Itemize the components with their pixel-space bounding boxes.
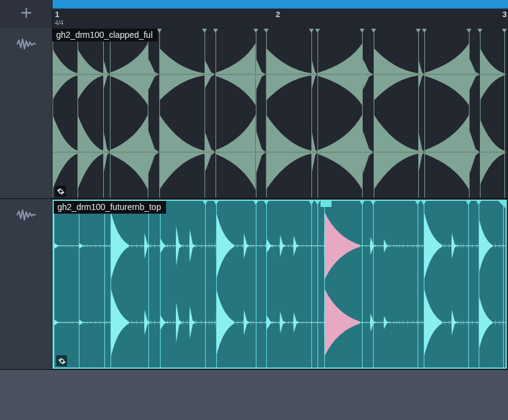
svg-rect-120 bbox=[272, 244, 273, 248]
slice-marker[interactable] bbox=[111, 201, 111, 368]
svg-rect-83 bbox=[201, 320, 201, 325]
slice-marker[interactable] bbox=[311, 201, 312, 368]
loop-region[interactable] bbox=[53, 0, 508, 9]
svg-rect-157 bbox=[339, 322, 339, 323]
slice-marker[interactable] bbox=[503, 201, 504, 368]
slice-marker[interactable] bbox=[256, 201, 256, 368]
svg-rect-201 bbox=[422, 320, 423, 324]
svg-rect-137 bbox=[302, 321, 302, 324]
slice-marker[interactable] bbox=[205, 29, 205, 198]
svg-rect-67 bbox=[170, 320, 170, 325]
svg-rect-199 bbox=[419, 320, 419, 324]
svg-rect-242 bbox=[502, 244, 503, 248]
time-signature: 4/4 bbox=[55, 20, 64, 26]
track-header-1[interactable] bbox=[0, 28, 53, 198]
slice-marker[interactable] bbox=[256, 29, 256, 198]
svg-rect-68 bbox=[173, 244, 173, 248]
svg-rect-210 bbox=[441, 244, 441, 248]
slice-marker[interactable] bbox=[374, 29, 374, 198]
slice-marker[interactable] bbox=[318, 29, 318, 198]
track-header-2[interactable] bbox=[0, 199, 53, 369]
slice-marker[interactable] bbox=[504, 29, 505, 198]
svg-rect-25 bbox=[90, 321, 91, 324]
svg-rect-145 bbox=[316, 322, 317, 324]
svg-rect-10 bbox=[65, 245, 65, 247]
svg-rect-94 bbox=[224, 244, 225, 248]
slice-marker[interactable] bbox=[424, 201, 424, 368]
timeline-ruler[interactable]: 1 4/4 2 3 bbox=[53, 9, 508, 28]
svg-rect-109 bbox=[250, 320, 251, 325]
svg-rect-125 bbox=[278, 321, 279, 324]
slice-marker[interactable] bbox=[266, 201, 267, 368]
svg-rect-214 bbox=[449, 244, 449, 248]
svg-rect-23 bbox=[87, 321, 87, 324]
slice-marker[interactable] bbox=[373, 201, 374, 368]
empty-track-area[interactable] bbox=[0, 370, 508, 420]
slice-marker[interactable] bbox=[468, 201, 469, 368]
clip-settings-button[interactable] bbox=[55, 186, 66, 197]
svg-rect-64 bbox=[167, 244, 168, 248]
slice-marker[interactable] bbox=[78, 29, 78, 198]
svg-rect-217 bbox=[454, 320, 454, 325]
svg-rect-107 bbox=[247, 320, 247, 325]
slice-marker[interactable] bbox=[418, 201, 418, 368]
svg-rect-203 bbox=[426, 320, 426, 325]
bar-number-1: 1 bbox=[55, 10, 59, 19]
slice-marker[interactable] bbox=[216, 29, 216, 198]
svg-rect-90 bbox=[214, 244, 215, 248]
svg-rect-220 bbox=[460, 244, 461, 248]
svg-rect-236 bbox=[490, 244, 490, 248]
slice-marker[interactable] bbox=[318, 201, 318, 368]
svg-rect-41 bbox=[123, 320, 123, 324]
svg-rect-40 bbox=[123, 244, 123, 248]
svg-rect-142 bbox=[314, 245, 314, 247]
svg-rect-37 bbox=[113, 321, 114, 324]
slice-marker[interactable] bbox=[160, 201, 161, 368]
svg-rect-72 bbox=[183, 244, 183, 248]
svg-rect-135 bbox=[297, 321, 298, 324]
slice-marker[interactable] bbox=[54, 201, 54, 368]
slice-marker[interactable] bbox=[104, 201, 105, 368]
audio-clip-2[interactable]: gh2_drm100_futurernb_top bbox=[53, 200, 507, 369]
svg-rect-130 bbox=[292, 244, 292, 247]
add-track-button[interactable] bbox=[18, 4, 35, 24]
slice-marker[interactable] bbox=[79, 201, 79, 368]
clip-settings-button[interactable] bbox=[56, 355, 67, 366]
svg-rect-232 bbox=[482, 244, 483, 248]
slice-marker[interactable] bbox=[469, 29, 470, 198]
svg-rect-204 bbox=[430, 244, 431, 248]
svg-rect-20 bbox=[84, 245, 85, 247]
audio-clip-1[interactable]: gh2_drm100_clapped_ful bbox=[53, 29, 507, 198]
svg-rect-240 bbox=[499, 244, 500, 248]
slice-marker[interactable] bbox=[324, 201, 325, 368]
svg-rect-226 bbox=[472, 244, 473, 248]
slice-marker[interactable] bbox=[53, 29, 53, 198]
svg-rect-159 bbox=[343, 322, 344, 324]
slice-marker[interactable] bbox=[480, 29, 481, 198]
slice-marker[interactable] bbox=[103, 29, 104, 198]
svg-rect-114 bbox=[260, 244, 261, 248]
slice-marker[interactable] bbox=[424, 29, 425, 198]
slice-marker[interactable] bbox=[148, 201, 149, 368]
svg-rect-162 bbox=[352, 245, 353, 247]
slice-marker[interactable] bbox=[362, 29, 363, 198]
slice-marker[interactable] bbox=[205, 201, 206, 368]
slice-marker[interactable] bbox=[110, 29, 111, 198]
slice-marker[interactable] bbox=[216, 201, 217, 368]
slice-marker[interactable] bbox=[362, 201, 363, 368]
svg-rect-197 bbox=[416, 320, 417, 324]
svg-rect-170 bbox=[366, 245, 367, 247]
svg-rect-139 bbox=[307, 321, 307, 324]
svg-rect-173 bbox=[371, 321, 372, 324]
svg-rect-80 bbox=[196, 244, 197, 248]
slice-marker[interactable] bbox=[148, 29, 148, 198]
svg-rect-11 bbox=[65, 322, 65, 324]
slice-marker[interactable] bbox=[159, 29, 160, 198]
slice-marker[interactable] bbox=[418, 29, 419, 198]
svg-rect-188 bbox=[399, 244, 400, 248]
slice-marker[interactable] bbox=[311, 29, 312, 198]
slice-marker[interactable] bbox=[266, 29, 267, 198]
svg-rect-147 bbox=[320, 322, 321, 324]
slice-marker[interactable] bbox=[479, 201, 479, 368]
svg-rect-59 bbox=[154, 320, 155, 325]
